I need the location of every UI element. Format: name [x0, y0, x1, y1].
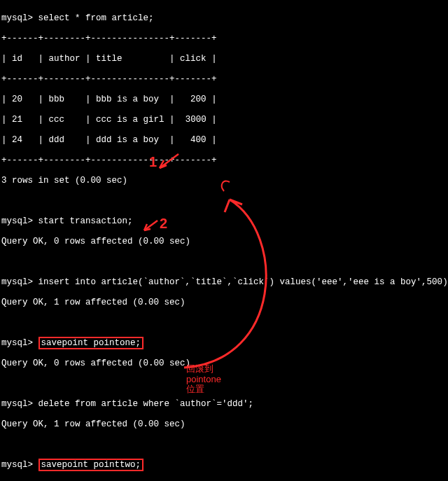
table-border: +------+--------+---------------+-------… [1, 74, 447, 85]
query-ok: Query OK, 0 rows affected (0.00 sec) [1, 358, 447, 369]
highlight-savepoint-1: savepoint pointone; [38, 337, 144, 350]
highlight-savepoint-2: savepoint pointtwo; [38, 459, 144, 472]
rows-in-set: 3 rows in set (0.00 sec) [1, 176, 447, 186]
cmd-line[interactable]: mysql> savepoint pointone; [1, 338, 447, 349]
blank-line [1, 257, 447, 267]
prompt: mysql> [1, 399, 33, 409]
cmd-line[interactable]: mysql> savepoint pointtwo; [1, 460, 447, 470]
cmd-line[interactable]: mysql> insert into article(`author`,`tit… [1, 277, 447, 288]
table-header: | id | author | title | click | [1, 54, 447, 64]
cmd-text: insert into article(`author`,`title`,`cl… [38, 277, 448, 287]
query-ok: Query OK, 1 row affected (0.00 sec) [1, 419, 447, 430]
blank-line [1, 318, 447, 328]
table-row: | 20 | bbb | bbb is a boy | 200 | [1, 95, 447, 105]
query-ok: Query OK, 1 row affected (0.00 sec) [1, 298, 447, 308]
blank-line [1, 196, 447, 207]
table-border: +------+--------+---------------+-------… [1, 155, 447, 166]
prompt: mysql> [1, 460, 33, 470]
cmd-text: delete from article where `author`='ddd'… [38, 399, 254, 409]
cmd-text: start transaction; [38, 216, 133, 226]
blank-line [1, 440, 447, 450]
prompt: mysql> [1, 277, 33, 287]
prompt: mysql> [1, 216, 33, 226]
terminal-output: mysql> select * from article; +------+--… [0, 0, 448, 481]
query-ok: Query OK, 0 rows affected (0.00 sec) [1, 237, 447, 247]
prompt: mysql> [1, 338, 33, 348]
table-row: | 21 | ccc | ccc is a girl | 3000 | [1, 115, 447, 125]
table-row: | 24 | ddd | ddd is a boy | 400 | [1, 135, 447, 146]
blank-line [1, 379, 447, 389]
cmd-text: select * from article; [38, 13, 154, 23]
cmd-line[interactable]: mysql> start transaction; [1, 216, 447, 227]
cmd-line[interactable]: mysql> delete from article where `author… [1, 399, 447, 410]
table-border: +------+--------+---------------+-------… [1, 34, 447, 44]
prompt: mysql> [1, 13, 33, 23]
cmd-line[interactable]: mysql> select * from article; [1, 13, 447, 24]
